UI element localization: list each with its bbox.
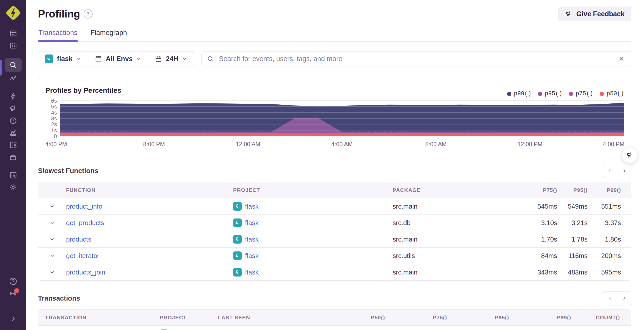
date-range-value: 24H xyxy=(166,55,178,63)
svg-text:8:00 PM: 8:00 PM xyxy=(143,141,165,148)
sidebar-item-issues[interactable] xyxy=(5,28,22,39)
clear-search-button[interactable] xyxy=(617,54,626,63)
flask-project-icon xyxy=(45,54,53,63)
chevron-down-icon xyxy=(49,269,55,275)
legend-label: p95() xyxy=(545,90,562,97)
legend-item[interactable]: p99() xyxy=(507,90,531,97)
chart-legend: p99()p95()p75()p50() xyxy=(507,90,624,97)
floating-feedback-button[interactable] xyxy=(622,147,638,163)
date-range-filter[interactable]: 24H xyxy=(148,51,194,66)
table-row: product_info flask src.main 545ms 549ms … xyxy=(38,198,631,214)
slowest-functions-title: Slowest Functions xyxy=(38,167,98,175)
activity-icon xyxy=(9,74,17,83)
project-link[interactable]: flask xyxy=(245,268,258,276)
prev-page-button[interactable] xyxy=(603,291,617,305)
project-link[interactable]: flask xyxy=(245,235,258,243)
sidebar xyxy=(0,0,26,330)
next-page-button[interactable] xyxy=(617,164,631,178)
legend-item[interactable]: p75() xyxy=(569,90,593,97)
p75-cell: 1.70s xyxy=(534,235,567,243)
gear-icon xyxy=(9,183,17,192)
help-button[interactable] xyxy=(5,276,22,287)
sidebar-item-dashboards[interactable] xyxy=(5,139,22,151)
window-icon xyxy=(95,55,102,63)
svg-text:5s: 5s xyxy=(51,103,57,110)
svg-text:2s: 2s xyxy=(51,121,57,127)
sidebar-item-stats[interactable] xyxy=(5,169,22,181)
search-icon xyxy=(207,55,214,62)
chevron-left-icon xyxy=(607,168,613,174)
profiles-by-percentiles-card: Profiles by Percentiles p99()p95()p75()p… xyxy=(38,77,631,153)
function-link[interactable]: product_info xyxy=(66,203,233,210)
sort-descending-icon: ↓ xyxy=(621,314,625,321)
p99-cell: 200ms xyxy=(598,252,631,260)
project-filter[interactable]: flask xyxy=(38,51,88,66)
svg-text:0: 0 xyxy=(54,133,57,139)
col-p99: P99() xyxy=(519,315,581,321)
col-count[interactable]: COUNT()↓ xyxy=(581,314,631,321)
chevron-down-icon xyxy=(49,220,55,226)
sidebar-item-settings[interactable] xyxy=(5,181,22,193)
flask-project-icon xyxy=(233,251,242,260)
sidebar-item-projects[interactable] xyxy=(5,40,22,51)
sidebar-item-crons[interactable] xyxy=(5,151,22,163)
prev-page-button[interactable] xyxy=(603,164,617,178)
expand-row-button[interactable] xyxy=(38,252,66,259)
environment-filter[interactable]: All Envs xyxy=(88,51,148,66)
search-input[interactable] xyxy=(218,55,617,63)
expand-row-button[interactable] xyxy=(38,203,66,210)
page-filter-group: flask All Envs 24H xyxy=(38,51,194,66)
expand-row-button[interactable] xyxy=(38,236,66,243)
legend-dot-icon xyxy=(538,92,542,96)
chevron-down-icon xyxy=(49,236,55,242)
collapse-sidebar-button[interactable] xyxy=(5,313,22,324)
transactions-header: Transactions xyxy=(38,291,631,305)
col-p75: P75() xyxy=(534,187,567,193)
function-link[interactable]: get_products xyxy=(66,219,233,227)
expand-row-button[interactable] xyxy=(38,219,66,226)
sidebar-nav xyxy=(0,27,26,193)
next-page-button[interactable] xyxy=(617,291,631,305)
legend-label: p75() xyxy=(576,90,593,97)
project-link[interactable]: flask xyxy=(245,252,258,260)
give-feedback-button[interactable]: Give Feedback xyxy=(558,7,631,21)
chevron-down-icon xyxy=(182,56,187,61)
package-cell: src.db xyxy=(393,219,534,227)
col-p75: P75() xyxy=(395,315,457,321)
whats-new-button[interactable] xyxy=(5,288,22,299)
sidebar-item-feedback[interactable] xyxy=(5,103,22,114)
p99-cell: 595ms xyxy=(598,268,631,276)
function-link[interactable]: products_join xyxy=(66,268,233,276)
svg-text:4:00 AM: 4:00 AM xyxy=(331,141,353,148)
give-feedback-label: Give Feedback xyxy=(576,10,625,18)
svg-text:4s: 4s xyxy=(51,109,57,116)
tab-transactions[interactable]: Transactions xyxy=(38,29,77,41)
col-p95: P95() xyxy=(457,315,519,321)
package-cell: src.main xyxy=(393,203,534,210)
legend-item[interactable]: p50() xyxy=(600,90,624,97)
sidebar-item-alerts[interactable] xyxy=(5,127,22,139)
function-link[interactable]: products xyxy=(66,235,233,243)
tab-flamegraph[interactable]: Flamegraph xyxy=(91,29,127,41)
project-link[interactable]: flask xyxy=(245,203,258,210)
expand-row-button[interactable] xyxy=(38,269,66,276)
sidebar-item-replays[interactable] xyxy=(5,115,22,126)
col-last-seen: LAST SEEN xyxy=(218,315,332,321)
megaphone-icon xyxy=(626,151,634,159)
sidebar-item-traces[interactable] xyxy=(5,72,22,84)
percentiles-chart[interactable]: 6s5s4s3s2s1s04:00 PM8:00 PM12:00 AM4:00 … xyxy=(45,98,625,148)
siren-icon xyxy=(9,129,17,137)
table-header-row: FUNCTION PROJECT PACKAGE P75() P95() P99… xyxy=(38,182,631,198)
sidebar-item-releases[interactable] xyxy=(5,90,22,102)
p75-cell: 84ms xyxy=(534,252,567,260)
svg-text:4:00 PM: 4:00 PM xyxy=(45,141,67,148)
function-link[interactable]: get_iterator xyxy=(66,252,233,260)
legend-item[interactable]: p95() xyxy=(538,90,562,97)
profiling-page: Profiling ? Give Feedback Transactions F… xyxy=(0,0,644,330)
svg-text:6s: 6s xyxy=(51,98,57,104)
sentry-logo[interactable] xyxy=(4,4,22,22)
project-link[interactable]: flask xyxy=(245,219,258,227)
profiling-help-icon[interactable]: ? xyxy=(84,9,93,19)
p75-cell: 343ms xyxy=(534,268,567,276)
sidebar-item-explore[interactable] xyxy=(5,58,22,72)
